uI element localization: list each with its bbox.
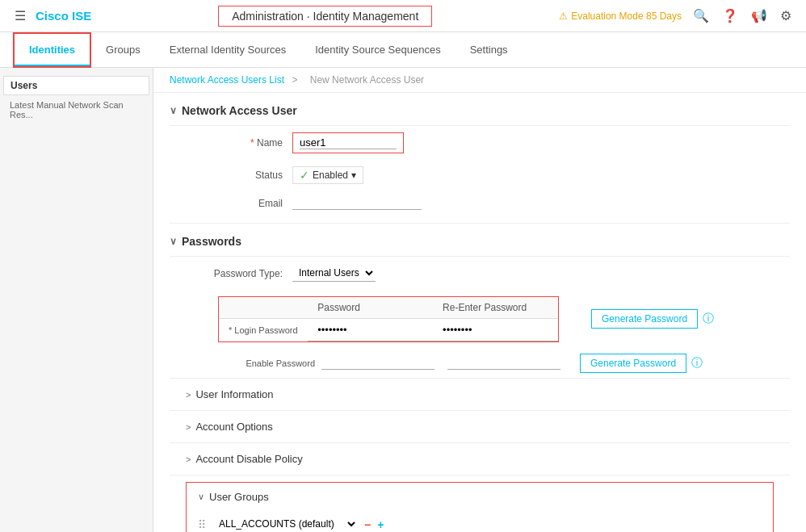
enable-pw-info-icon[interactable]: ⓘ (691, 356, 703, 371)
account-disable-title: Account Disable Policy (195, 453, 302, 465)
user-groups-row: ⠿ ALL_ACCOUNTS (default) − + (187, 511, 773, 532)
network-user-section-header[interactable]: ∨ Network Access User (170, 93, 790, 126)
sidebar-item-users[interactable]: Users (3, 76, 149, 95)
pw-gen-login-row: Generate Password ⓘ (585, 309, 714, 329)
hamburger-icon[interactable]: ☰ (13, 6, 27, 25)
network-user-chevron: ∨ (170, 105, 177, 116)
pw-type-label: Password Type: (186, 268, 283, 279)
pw-gen-buttons: Generate Password ⓘ (585, 309, 714, 329)
help-icon[interactable]: ❓ (720, 6, 740, 25)
user-groups-section: ∨ User Groups ⠿ ALL_ACCOUNTS (default) −… (170, 475, 790, 532)
notification-icon[interactable]: 📢 (749, 6, 769, 25)
tab-sequences[interactable]: Identity Source Sequences (300, 32, 455, 68)
user-info-chevron: > (186, 390, 191, 400)
pw-login-row: * Login Password (219, 319, 558, 341)
status-badge[interactable]: ✓ Enabled ▾ (292, 166, 363, 184)
name-required-star: * (250, 137, 257, 149)
status-check-icon: ✓ (300, 169, 309, 182)
account-options-header[interactable]: > Account Options (170, 411, 790, 442)
name-field-box (292, 132, 404, 153)
status-value: Enabled (313, 170, 348, 181)
topbar-center: Administration · Identity Management (218, 6, 432, 27)
form-content: ∨ Network Access User * Name Status ✓ En… (153, 93, 806, 532)
generate-password-button[interactable]: Generate Password (591, 309, 698, 329)
add-group-button[interactable]: + (377, 518, 384, 531)
account-options-section: > Account Options (170, 410, 790, 442)
enable-pw-gen-area: Generate Password ⓘ (573, 354, 703, 373)
pw-table-container: Password Re-Enter Password * Login Passw… (218, 296, 559, 342)
account-options-chevron: > (186, 422, 191, 432)
settings-icon[interactable]: ⚙ (779, 6, 793, 25)
account-disable-header[interactable]: > Account Disable Policy (170, 443, 790, 475)
pw-login-input[interactable] (317, 324, 422, 336)
passwords-section-header[interactable]: ∨ Passwords (170, 224, 790, 257)
name-label: * Name (186, 137, 283, 149)
main-content: Network Access Users List > New Network … (153, 68, 806, 532)
user-groups-box: ∨ User Groups ⠿ ALL_ACCOUNTS (default) −… (186, 482, 774, 532)
pw-reenter-dots (433, 319, 558, 341)
enable-pw-row: Enable Password Generate Password ⓘ (170, 349, 790, 378)
user-info-section: > User Information (170, 378, 790, 410)
name-input[interactable] (300, 136, 397, 149)
pw-type-select[interactable]: Internal Users (292, 265, 376, 282)
topbar-right: ⚠ Evaluation Mode 85 Days 🔍 ❓ 📢 ⚙ (559, 6, 793, 25)
account-disable-section: > Account Disable Policy (170, 442, 790, 475)
user-groups-chevron: ∨ (198, 492, 204, 502)
tab-settings[interactable]: Settings (455, 32, 523, 68)
email-label: Email (186, 198, 283, 209)
warning-icon: ⚠ (559, 10, 568, 22)
eval-warning: ⚠ Evaluation Mode 85 Days (559, 10, 682, 22)
pw-login-label: * Login Password (219, 319, 308, 341)
breadcrumb-link[interactable]: Network Access Users List (170, 74, 284, 86)
status-label: Status (186, 170, 283, 181)
user-groups-title: User Groups (209, 491, 269, 503)
pw-col-reenter: Re-Enter Password (433, 297, 558, 319)
tab-external-identity[interactable]: External Identity Sources (155, 32, 301, 68)
tab-groups[interactable]: Groups (91, 32, 155, 68)
enable-pw-label: Enable Password (202, 358, 315, 368)
user-info-header[interactable]: > User Information (170, 379, 790, 410)
page-title: Administration · Identity Management (218, 6, 432, 27)
nav-tabs: Identities Groups External Identity Sour… (0, 32, 806, 68)
enable-pw-input[interactable] (321, 357, 434, 370)
pw-col-password: Password (308, 297, 433, 319)
network-user-title: Network Access User (182, 104, 297, 117)
user-groups-header[interactable]: ∨ User Groups (187, 483, 773, 511)
topbar-left: ☰ Cisco ISE (13, 6, 91, 25)
breadcrumb-separator: > (292, 74, 297, 86)
name-row: * Name (170, 126, 790, 160)
status-dropdown-icon: ▾ (351, 170, 356, 181)
breadcrumb: Network Access Users List > New Network … (153, 68, 806, 93)
sidebar-sub-item: Latest Manual Network Scan Res... (0, 97, 153, 123)
login-pw-info-icon[interactable]: ⓘ (703, 312, 714, 326)
email-row: Email (170, 191, 790, 216)
pw-table: Password Re-Enter Password * Login Passw… (219, 297, 558, 341)
pw-col-label (219, 297, 308, 319)
eval-text: Evaluation Mode 85 Days (571, 10, 682, 22)
tab-identities[interactable]: Identities (13, 32, 91, 68)
pw-reenter-input[interactable] (443, 324, 548, 336)
breadcrumb-current: New Network Access User (310, 74, 424, 86)
passwords-chevron: ∨ (170, 236, 177, 247)
topbar: ☰ Cisco ISE Administration · Identity Ma… (0, 0, 806, 32)
status-row: Status ✓ Enabled ▾ (170, 160, 790, 191)
pw-table-area: Password Re-Enter Password * Login Passw… (186, 290, 790, 349)
cisco-logo: Cisco ISE (36, 9, 91, 23)
account-disable-chevron: > (186, 455, 191, 464)
user-info-title: User Information (195, 388, 273, 400)
drag-handle-icon[interactable]: ⠿ (198, 518, 206, 531)
generate-enable-password-button[interactable]: Generate Password (580, 354, 686, 373)
search-icon[interactable]: 🔍 (691, 6, 711, 25)
passwords-title: Passwords (182, 235, 241, 248)
account-options-title: Account Options (195, 421, 272, 433)
email-input[interactable] (292, 197, 422, 210)
pw-type-row: Password Type: Internal Users (170, 257, 790, 290)
group-select[interactable]: ALL_ACCOUNTS (default) (212, 516, 358, 532)
sidebar: Users Latest Manual Network Scan Res... (0, 68, 153, 532)
layout: Users Latest Manual Network Scan Res... … (0, 68, 806, 532)
enable-pw-reenter-input[interactable] (447, 357, 560, 370)
pw-login-dots (308, 319, 433, 341)
remove-group-button[interactable]: − (364, 518, 371, 531)
